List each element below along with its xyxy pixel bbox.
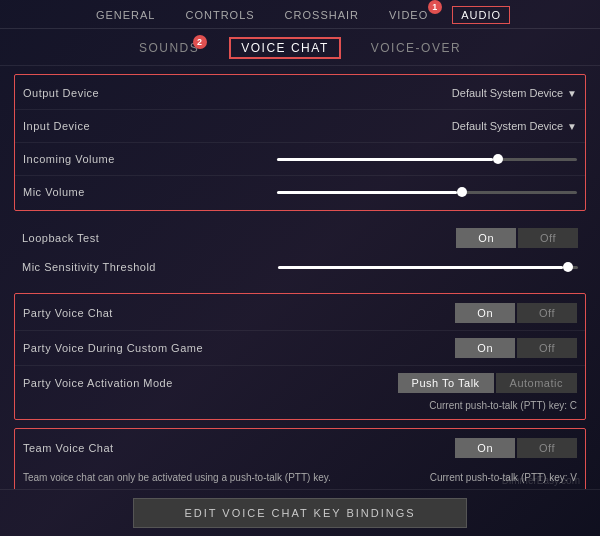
incoming-volume-row: Incoming Volume xyxy=(15,145,585,173)
loopback-on-btn[interactable]: On xyxy=(456,228,516,248)
incoming-volume-fill xyxy=(277,158,493,161)
mic-sensitivity-slider[interactable] xyxy=(278,266,578,269)
subnav-voice-chat[interactable]: VOICE CHAT xyxy=(229,37,340,59)
output-device-value: Default System Device xyxy=(452,87,563,99)
incoming-volume-slider[interactable] xyxy=(277,158,577,161)
mic-sensitivity-control[interactable] xyxy=(222,266,578,269)
sub-navigation: SOUNDS 2 VOICE CHAT VOICE-OVER xyxy=(0,29,600,66)
nav-video[interactable]: VIDEO 1 xyxy=(383,6,434,24)
mic-sensitivity-label: Mic Sensitivity Threshold xyxy=(22,261,222,273)
input-dropdown-arrow: ▼ xyxy=(567,121,577,132)
loopback-row: Loopback Test On Off xyxy=(14,223,586,253)
nav-general[interactable]: GENERAL xyxy=(90,6,162,24)
mic-volume-row: Mic Volume xyxy=(15,178,585,206)
device-section: Output Device Default System Device ▼ In… xyxy=(14,74,586,211)
output-device-row: Output Device Default System Device ▼ xyxy=(15,79,585,107)
mic-sensitivity-row: Mic Sensitivity Threshold xyxy=(14,253,586,281)
party-voice-chat-row: Party Voice Chat On Off xyxy=(15,298,585,328)
party-voice-mode-row: Party Voice Activation Mode Push to Talk… xyxy=(15,368,585,398)
party-ptt-btn[interactable]: Push to Talk xyxy=(398,373,494,393)
party-voice-custom-label: Party Voice During Custom Game xyxy=(23,342,223,354)
sounds-badge: 2 xyxy=(193,35,207,49)
party-custom-off-btn[interactable]: Off xyxy=(517,338,577,358)
incoming-volume-thumb[interactable] xyxy=(493,154,503,164)
output-device-select[interactable]: Default System Device ▼ xyxy=(452,87,577,99)
mic-sensitivity-fill xyxy=(278,266,563,269)
loopback-control: On Off xyxy=(222,228,578,248)
loopback-off-btn[interactable]: Off xyxy=(518,228,578,248)
team-voice-on-btn[interactable]: On xyxy=(455,438,515,458)
input-device-value: Default System Device xyxy=(452,120,563,132)
mic-volume-slider[interactable] xyxy=(277,191,577,194)
party-voice-mode-toggle: Push to Talk Automatic xyxy=(398,373,577,393)
subnav-sounds[interactable]: SOUNDS 2 xyxy=(139,41,199,55)
party-voice-custom-control: On Off xyxy=(223,338,577,358)
loopback-section: Loopback Test On Off Mic Sensitivity Thr… xyxy=(14,219,586,285)
party-voice-on-btn[interactable]: On xyxy=(455,303,515,323)
settings-content: Output Device Default System Device ▼ In… xyxy=(0,66,600,489)
mic-volume-label: Mic Volume xyxy=(23,186,223,198)
output-dropdown-arrow: ▼ xyxy=(567,88,577,99)
team-voice-off-btn[interactable]: Off xyxy=(517,438,577,458)
watermark: DimmerEasy.com xyxy=(502,475,580,486)
team-voice-chat-row: Team Voice Chat On Off xyxy=(15,433,585,463)
input-device-control[interactable]: Default System Device ▼ xyxy=(223,120,577,132)
output-device-label: Output Device xyxy=(23,87,223,99)
party-voice-section: Party Voice Chat On Off Party Voice Duri… xyxy=(14,293,586,420)
team-info-row: Team voice chat can only be activated us… xyxy=(15,463,585,489)
nav-controls[interactable]: CONTROLS xyxy=(179,6,260,24)
input-device-label: Input Device xyxy=(23,120,223,132)
party-voice-custom-toggle: On Off xyxy=(455,338,577,358)
loopback-toggle: On Off xyxy=(456,228,578,248)
video-badge: 1 xyxy=(428,0,442,14)
edit-voice-bindings-button[interactable]: EDIT VOICE CHAT KEY BINDINGS xyxy=(133,498,466,528)
incoming-volume-label: Incoming Volume xyxy=(23,153,223,165)
party-voice-chat-control: On Off xyxy=(223,303,577,323)
team-voice-toggle: On Off xyxy=(455,438,577,458)
team-info-text: Team voice chat can only be activated us… xyxy=(23,472,420,483)
mic-volume-control[interactable] xyxy=(223,191,577,194)
party-voice-mode-control: Push to Talk Automatic xyxy=(223,373,577,393)
party-voice-toggle: On Off xyxy=(455,303,577,323)
input-device-row: Input Device Default System Device ▼ xyxy=(15,112,585,140)
party-voice-custom-row: Party Voice During Custom Game On Off xyxy=(15,333,585,363)
party-ptt-info: Current push-to-talk (PTT) key: C xyxy=(15,398,585,415)
mic-volume-fill xyxy=(277,191,457,194)
bottom-bar: EDIT VOICE CHAT KEY BINDINGS xyxy=(0,489,600,536)
team-voice-chat-control: On Off xyxy=(223,438,577,458)
input-device-select[interactable]: Default System Device ▼ xyxy=(452,120,577,132)
party-auto-btn[interactable]: Automatic xyxy=(496,373,577,393)
party-voice-chat-label: Party Voice Chat xyxy=(23,307,223,319)
mic-volume-thumb[interactable] xyxy=(457,187,467,197)
team-voice-section: Team Voice Chat On Off Team voice chat c… xyxy=(14,428,586,489)
party-custom-on-btn[interactable]: On xyxy=(455,338,515,358)
nav-crosshair[interactable]: CROSSHAIR xyxy=(279,6,365,24)
incoming-volume-control[interactable] xyxy=(223,158,577,161)
party-voice-mode-label: Party Voice Activation Mode xyxy=(23,377,223,389)
nav-audio[interactable]: AUDIO xyxy=(452,6,510,24)
party-voice-off-btn[interactable]: Off xyxy=(517,303,577,323)
output-device-control[interactable]: Default System Device ▼ xyxy=(223,87,577,99)
mic-sensitivity-thumb[interactable] xyxy=(563,262,573,272)
loopback-label: Loopback Test xyxy=(22,232,222,244)
team-voice-chat-label: Team Voice Chat xyxy=(23,442,223,454)
subnav-voice-over[interactable]: VOICE-OVER xyxy=(371,41,461,55)
top-navigation: GENERAL CONTROLS CROSSHAIR VIDEO 1 AUDIO xyxy=(0,0,600,29)
